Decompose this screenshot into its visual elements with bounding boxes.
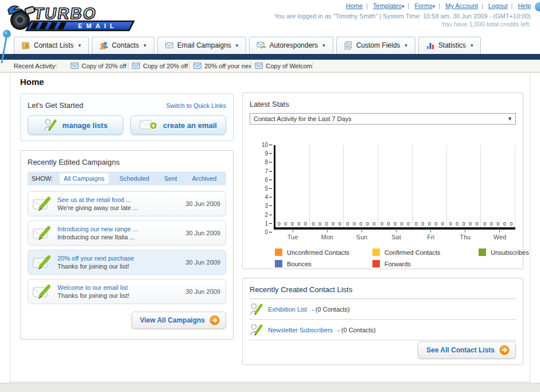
campaign-title-link[interactable]: 20% off your next purchase: [57, 254, 185, 262]
recent-activity-item[interactable]: Copy of Welcome to: [251, 61, 313, 70]
logo-subtitle-text: EMAIL: [78, 22, 118, 29]
top-nav-link-anchor[interactable]: My Account: [445, 2, 478, 9]
campaign-subtitle: We're giving away our late ...: [57, 204, 185, 212]
contact-list-link[interactable]: Exhibition List: [268, 306, 307, 313]
custom-fields-icon: [344, 41, 353, 50]
legend-label: Unsubscribes: [491, 249, 529, 256]
top-nav-link-anchor[interactable]: Logout: [488, 2, 508, 9]
campaign-row[interactable]: See us at the retail food ... We're givi…: [28, 191, 226, 216]
logo-graphic: TURBO EMAIL: [5, 2, 138, 33]
chevron-down-icon: ▾: [471, 42, 473, 48]
x-tick-label: Sat: [379, 234, 413, 240]
arrow-right-circle-icon: [499, 345, 510, 355]
campaign-row[interactable]: Welcome to our email list Thanks for joi…: [28, 279, 226, 304]
legend-swatch: [372, 249, 380, 256]
campaign-row[interactable]: Introducing our new range ... Introducin…: [28, 220, 226, 246]
chart-day-column: 0 0 0 0 0: [413, 145, 447, 227]
top-nav-link[interactable]: Help: [518, 2, 531, 9]
y-tick-label: 0: [265, 229, 268, 235]
tab-label: Autoresponders: [269, 41, 318, 49]
chart-zero-value-labels: 0 0 0 0 0: [413, 221, 446, 227]
campaign-title-link[interactable]: Welcome to our email list: [57, 284, 185, 292]
campaign-filter[interactable]: Archived: [188, 173, 221, 184]
manage-lists-label: manage lists: [63, 121, 108, 130]
top-nav-link[interactable]: Forms▾|: [414, 2, 444, 9]
chart-day-column: 0 0 0 0 0: [481, 145, 515, 227]
y-tick-mark: [269, 205, 272, 206]
view-all-campaigns-label: View All Campaigns: [140, 316, 205, 324]
main-tab[interactable]: Custom Fields ▾: [336, 37, 415, 54]
y-tick-label: 10: [262, 142, 268, 148]
campaign-filter[interactable]: All Campaigns: [60, 173, 108, 184]
x-tick-mark: [293, 230, 293, 232]
top-nav-link-anchor[interactable]: Forms: [414, 2, 432, 9]
chart-zero-value-labels: 0 0 0 0 0: [310, 221, 344, 227]
recent-activity-item-label: Copy of 20% off yo: [81, 63, 129, 69]
chart-zero-value-labels: 0 0 0 0 0: [447, 221, 481, 227]
chart-zero-value-labels: 0 0 0 0 0: [344, 221, 378, 227]
chart-legend: Unconfirmed Contacts Confirmed Contacts …: [275, 249, 516, 267]
y-axis-tick: 1: [257, 220, 272, 227]
view-all-campaigns-button[interactable]: View All Campaigns: [131, 312, 226, 329]
legend-label: Forwards: [384, 261, 411, 267]
chart-x-axis: Tue Mon Sun: [275, 230, 517, 240]
main-tab[interactable]: Statistics ▾: [418, 37, 481, 54]
legend-swatch: [372, 260, 380, 267]
chevron-down-icon: ▾: [78, 42, 81, 48]
recent-activity-item[interactable]: Copy of 20% off yo: [67, 61, 129, 70]
top-nav: Home| Templates▾| Forms▾| My Account| Lo…: [346, 2, 531, 9]
y-tick-label: 3: [265, 203, 268, 209]
top-nav-link[interactable]: My Account|: [445, 2, 487, 9]
main-tab[interactable]: Email Campaigns ▾: [157, 37, 247, 54]
tab-label: Contact Lists: [34, 41, 73, 49]
see-all-contact-lists-button[interactable]: See All Contact Lists: [418, 341, 516, 359]
nav-separator: |: [511, 2, 512, 9]
top-nav-link[interactable]: Logout|: [488, 2, 516, 9]
top-nav-link-anchor[interactable]: Templates: [373, 2, 402, 9]
contact-list-link[interactable]: Newsletter Subscribers: [268, 327, 333, 333]
see-all-contact-lists-label: See All Contact Lists: [426, 346, 495, 354]
x-tick-mark: [396, 230, 397, 232]
turbo-email-logo: TURBO EMAIL: [5, 2, 138, 35]
legend-swatch: [275, 260, 282, 267]
y-axis-tick: 10: [257, 141, 272, 149]
top-nav-link-anchor[interactable]: Help: [518, 2, 531, 9]
y-axis-tick: 9: [257, 150, 272, 157]
contact-list-row[interactable]: Exhibition List - (0 Contacts): [250, 299, 516, 320]
campaign-title-link[interactable]: See us at the retail food ...: [57, 196, 185, 204]
y-tick-mark: [269, 145, 272, 145]
y-axis-tick: 6: [257, 176, 272, 184]
top-nav-link[interactable]: Templates▾|: [373, 2, 413, 9]
main-tab[interactable]: Autoresponders ▾: [249, 37, 333, 54]
stats-report-select[interactable]: Contact Activity for the Last 7 Days ▼: [250, 113, 516, 125]
main-tab[interactable]: Contacts ▾: [92, 37, 154, 54]
envelope-icon: [255, 63, 263, 69]
campaign-row[interactable]: 20% off your next purchase Thanks for jo…: [28, 250, 226, 275]
top-nav-link[interactable]: Home|: [346, 2, 371, 9]
campaign-filter[interactable]: Sent: [160, 173, 181, 184]
contact-list-row[interactable]: Newsletter Subscribers - (0 Contacts): [250, 320, 516, 340]
y-tick-mark: [269, 162, 272, 162]
help-bubble-icon[interactable]: [535, 2, 540, 11]
contact-lists-panel: Recently Created Contact Lists Exhibitio…: [242, 278, 523, 365]
chevron-down-icon: ▼: [507, 116, 512, 122]
recent-activity-item[interactable]: Copy of 20% off yo: [129, 61, 190, 70]
manage-lists-button[interactable]: manage lists: [28, 115, 123, 135]
campaign-date: 30 Jun 2009: [185, 259, 220, 266]
recent-activity-item[interactable]: 20% off your next p: [190, 61, 251, 70]
top-nav-link-anchor[interactable]: Home: [346, 2, 363, 9]
chart-zero-value-labels: 0 0 0 0 0: [378, 221, 412, 227]
y-axis-tick: 4: [257, 193, 272, 201]
x-tick-label: Wed: [483, 234, 517, 240]
create-email-button[interactable]: create an email: [130, 115, 226, 135]
get-started-panel: Let's Get Started Switch to Quick Links …: [20, 94, 234, 141]
switch-quick-links-link[interactable]: Switch to Quick Links: [166, 102, 226, 109]
x-axis-tick: Sat: [379, 230, 413, 240]
tab-label: Email Campaigns: [177, 41, 231, 49]
x-tick-label: Fri: [414, 234, 448, 240]
y-tick-label: 5: [265, 185, 268, 192]
recent-activity-label: Recent Activity:: [14, 63, 57, 69]
campaign-filter[interactable]: Scheduled: [115, 173, 153, 184]
main-tab[interactable]: Contact Lists ▾: [14, 37, 89, 54]
campaign-title-link[interactable]: Introducing our new range ...: [57, 225, 185, 233]
